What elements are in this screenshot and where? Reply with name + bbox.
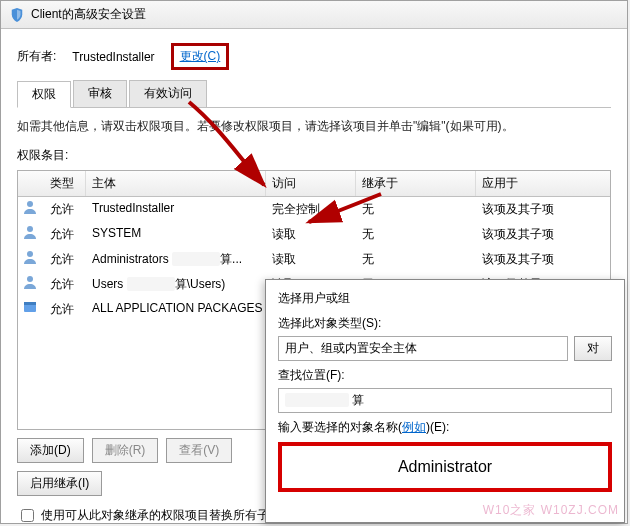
cell-type: 允许 [44, 222, 86, 247]
window-title: Client的高级安全设置 [31, 6, 146, 23]
enter-names-label: 输入要选择的对象名称(例如)(E): [278, 419, 612, 436]
titlebar: Client的高级安全设置 [1, 1, 627, 29]
principal-icon [22, 224, 38, 240]
object-type-label: 选择此对象类型(S): [278, 315, 612, 332]
col-access[interactable]: 访问 [266, 171, 356, 196]
security-shield-icon [9, 7, 25, 23]
owner-label: 所有者: [17, 48, 56, 65]
col-principal[interactable]: 主体 [86, 171, 266, 196]
object-type-field: 用户、组或内置安全主体 [278, 336, 568, 361]
cell-type: 允许 [44, 272, 86, 297]
redacted-text: XXXXXXXX [285, 393, 349, 407]
entries-label: 权限条目: [17, 147, 611, 164]
svg-point-1 [27, 226, 33, 232]
table-row[interactable]: 允许Administrators XXXXXX算...读取无该项及其子项 [18, 247, 610, 272]
svg-point-2 [27, 251, 33, 257]
principal-icon [22, 274, 38, 290]
view-button[interactable]: 查看(V) [166, 438, 232, 463]
object-types-button[interactable]: 对 [574, 336, 612, 361]
object-name-input[interactable]: Administrator [398, 458, 492, 476]
cell-type: 允许 [44, 197, 86, 222]
cell-principal: Administrators XXXXXX算... [86, 247, 266, 272]
location-label: 查找位置(F): [278, 367, 612, 384]
cell-applies: 该项及其子项 [476, 222, 610, 247]
example-link[interactable]: 例如 [402, 420, 426, 434]
col-inherited[interactable]: 继承于 [356, 171, 476, 196]
table-row[interactable]: 允许SYSTEM读取无该项及其子项 [18, 222, 610, 247]
cell-access: 读取 [266, 222, 356, 247]
cell-principal: ALL APPLICATION PACKAGES [86, 297, 266, 322]
principal-icon [22, 299, 38, 315]
col-type[interactable]: 类型 [44, 171, 86, 196]
principal-icon [22, 249, 38, 265]
owner-row: 所有者: TrustedInstaller 更改(C) [17, 43, 611, 70]
cell-principal: TrustedInstaller [86, 197, 266, 222]
change-owner-link[interactable]: 更改(C) [180, 49, 221, 63]
cell-inherited: 无 [356, 197, 476, 222]
change-owner-highlight: 更改(C) [171, 43, 230, 70]
cell-principal: Users XXXXXX算\Users) [86, 272, 266, 297]
add-button[interactable]: 添加(D) [17, 438, 84, 463]
location-field: XXXXXXXX 算 [278, 388, 612, 413]
remove-button[interactable]: 删除(R) [92, 438, 159, 463]
svg-point-0 [27, 201, 33, 207]
grid-header: 类型 主体 访问 继承于 应用于 [18, 171, 610, 197]
cell-inherited: 无 [356, 247, 476, 272]
enable-inherit-button[interactable]: 启用继承(I) [17, 471, 102, 496]
tab-permissions[interactable]: 权限 [17, 81, 71, 108]
table-row[interactable]: 允许TrustedInstaller完全控制无该项及其子项 [18, 197, 610, 222]
cell-inherited: 无 [356, 222, 476, 247]
svg-rect-5 [24, 302, 36, 305]
cell-type: 允许 [44, 297, 86, 322]
cell-principal: SYSTEM [86, 222, 266, 247]
select-user-dialog: 选择用户或组 选择此对象类型(S): 用户、组或内置安全主体 对 查找位置(F)… [265, 279, 625, 523]
tab-auditing[interactable]: 审核 [73, 80, 127, 107]
instruction-text: 如需其他信息，请双击权限项目。若要修改权限项目，请选择该项目并单击"编辑"(如果… [17, 118, 611, 135]
cell-access: 读取 [266, 247, 356, 272]
cell-type: 允许 [44, 247, 86, 272]
replace-checkbox[interactable] [21, 509, 34, 522]
tab-effective-access[interactable]: 有效访问 [129, 80, 207, 107]
advanced-security-window: Client的高级安全设置 所有者: TrustedInstaller 更改(C… [0, 0, 628, 524]
owner-name: TrustedInstaller [72, 50, 154, 64]
cell-applies: 该项及其子项 [476, 247, 610, 272]
cell-applies: 该项及其子项 [476, 197, 610, 222]
svg-point-3 [27, 276, 33, 282]
cell-access: 完全控制 [266, 197, 356, 222]
object-name-input-highlight: Administrator [278, 442, 612, 492]
tab-strip: 权限 审核 有效访问 [17, 80, 611, 108]
dialog-title: 选择用户或组 [278, 290, 612, 307]
principal-icon [22, 199, 38, 215]
col-applies[interactable]: 应用于 [476, 171, 610, 196]
